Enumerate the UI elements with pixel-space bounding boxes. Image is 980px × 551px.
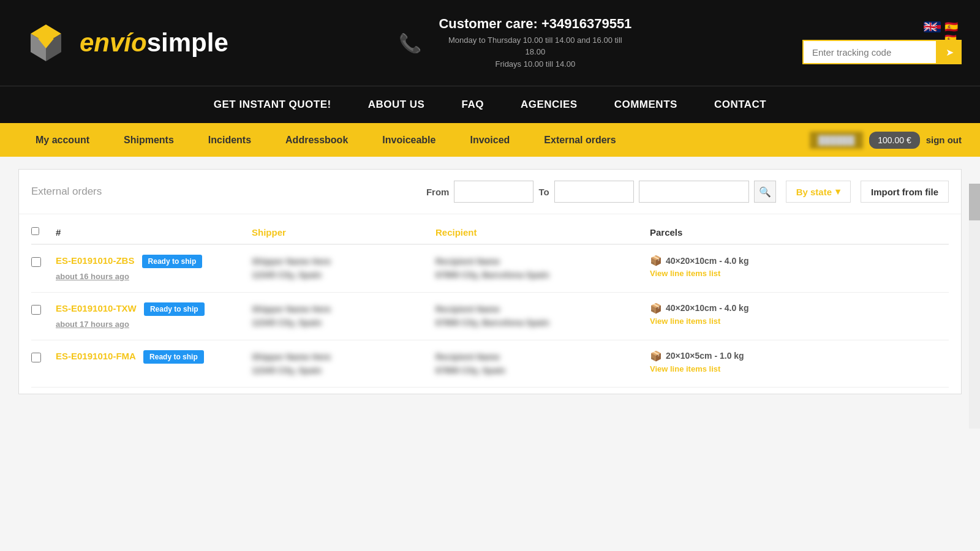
phone-icon: 📞	[399, 32, 421, 54]
shipper-cell-3: Shipper Name Here12345 City, Spain	[252, 350, 435, 378]
scrollbar-thumb[interactable]	[969, 184, 980, 220]
status-badge-1: Ready to ship	[142, 255, 203, 268]
search-bar: External orders From To 🔍 By state ▾ Imp…	[19, 170, 961, 214]
customer-care: 📞 Customer care: +34916379551 Monday to …	[228, 16, 802, 70]
parcels-cell-3: 📦 20×10×5cm - 1.0 kg View line items lis…	[650, 350, 949, 373]
parcel-icon-1: 📦	[650, 255, 662, 266]
scrollbar[interactable]	[969, 184, 980, 429]
order-time-2[interactable]: about 17 hours ago	[56, 320, 252, 329]
nav-incidents[interactable]: Incidents	[191, 123, 268, 157]
by-state-button[interactable]: By state ▾	[786, 181, 851, 203]
phone-number: Customer care: +34916379551	[439, 16, 631, 32]
nav-item-about[interactable]: ABOUT US	[350, 86, 443, 123]
nav-item-comments[interactable]: COMMENTS	[596, 86, 696, 123]
status-badge-3: Ready to ship	[143, 350, 204, 364]
chevron-down-icon: ▾	[835, 186, 840, 197]
order-id-1[interactable]: ES-E0191010-ZBS	[56, 255, 134, 266]
status-badge-2: Ready to ship	[144, 302, 205, 316]
import-label: Import from file	[871, 187, 938, 197]
nav-invoiceable[interactable]: Invoiceable	[365, 123, 453, 157]
view-items-link-1[interactable]: View line items list	[650, 269, 949, 278]
nav-item-quote[interactable]: GET INSTANT QUOTE!	[195, 86, 350, 123]
yellow-nav-bar: My account Shipments Incidents Addressbo…	[0, 123, 980, 157]
col-header-hash: #	[56, 227, 252, 238]
import-button[interactable]: Import from file	[861, 181, 949, 203]
col-header-shipper: Shipper	[252, 227, 435, 238]
shipper-info-1: Shipper Name Here12345 City, Spain	[252, 255, 435, 282]
tracking-submit-button[interactable]	[937, 40, 962, 64]
row-checkbox-3[interactable]	[31, 353, 41, 362]
flag-uk[interactable]: 🇬🇧	[924, 21, 941, 32]
from-date-input[interactable]	[454, 181, 533, 203]
search-button[interactable]: 🔍	[754, 181, 776, 203]
col-header-recipient: Recipient	[435, 227, 650, 238]
parcel-size-1: 40×20×10cm - 4.0 kg	[666, 256, 748, 266]
balance-amount[interactable]: 100.00 €	[869, 132, 920, 149]
table-header: # Shipper Recipient Parcels	[31, 220, 949, 245]
nav-item-contact[interactable]: CONTACT	[696, 86, 785, 123]
from-label: From	[426, 187, 450, 197]
logo[interactable]: envíosimple	[18, 15, 228, 70]
order-cell-2: ES-E0191010-TXW Ready to ship about 17 h…	[56, 302, 252, 329]
tracking-input[interactable]	[802, 40, 937, 64]
order-cell-3: ES-E0191010-FMA Ready to ship	[56, 350, 252, 367]
date-section: From To 🔍	[426, 181, 776, 203]
shipper-info-2: Shipper Name Here12345 City, Spain	[252, 302, 435, 330]
search-text-input[interactable]	[639, 181, 749, 203]
to-date-input[interactable]	[554, 181, 634, 203]
recipient-cell-2: Recipient Name67890 City, Barcelona Spai…	[435, 302, 650, 330]
order-cell-1: ES-E0191010-ZBS Ready to ship about 16 h…	[56, 255, 252, 281]
parcels-cell-1: 📦 40×20×10cm - 4.0 kg View line items li…	[650, 255, 949, 278]
search-icon: 🔍	[759, 186, 771, 198]
recipient-info-3: Recipient Name67890 City, Spain	[435, 350, 650, 378]
nav-addressbook[interactable]: Addressbook	[268, 123, 365, 157]
recipient-info-1: Recipient Name67890 City, Barcelona Spai…	[435, 255, 650, 282]
main-content: External orders From To 🔍 By state ▾ Imp…	[18, 169, 962, 394]
by-state-label: By state	[796, 187, 832, 197]
table-row: ES-E0191010-TXW Ready to ship about 17 h…	[31, 293, 949, 340]
balance-blurred[interactable]: ██████	[810, 132, 864, 149]
order-id-3[interactable]: ES-E0191010-FMA	[56, 351, 136, 361]
view-items-link-3[interactable]: View line items list	[650, 364, 949, 373]
recipient-cell-3: Recipient Name67890 City, Spain	[435, 350, 650, 378]
parcel-size-3: 20×10×5cm - 1.0 kg	[666, 351, 744, 361]
table-row: ES-E0191010-FMA Ready to ship Shipper Na…	[31, 340, 949, 388]
parcel-icon-3: 📦	[650, 350, 662, 362]
order-time-1[interactable]: about 16 hours ago	[56, 272, 252, 281]
col-header-parcels: Parcels	[650, 227, 949, 238]
logo-icon	[18, 15, 74, 70]
row-checkbox-1[interactable]	[31, 257, 41, 267]
shipper-info-3: Shipper Name Here12345 City, Spain	[252, 350, 435, 378]
row-checkbox-2[interactable]	[31, 305, 41, 315]
select-all-checkbox[interactable]	[31, 227, 39, 235]
to-label: To	[538, 187, 549, 197]
nav-my-account[interactable]: My account	[18, 123, 107, 157]
view-items-link-2[interactable]: View line items list	[650, 317, 949, 326]
shipper-cell-2: Shipper Name Here12345 City, Spain	[252, 302, 435, 330]
yellow-right: ██████ 100.00 € sign out	[810, 132, 962, 149]
parcel-size-2: 40×20×10cm - 4.0 kg	[666, 303, 748, 313]
signout-button[interactable]: sign out	[926, 135, 962, 145]
hours: Monday to Thursday 10.00 till 14.00 and …	[439, 34, 631, 70]
page-title: External orders	[31, 186, 417, 198]
flag-es[interactable]: 🇪🇸	[944, 21, 962, 32]
flags: 🇬🇧 🇪🇸	[924, 21, 962, 32]
nav-shipments[interactable]: Shipments	[107, 123, 191, 157]
nav-item-agencies[interactable]: AGENCIES	[502, 86, 596, 123]
yellow-nav: My account Shipments Incidents Addressbo…	[18, 123, 810, 157]
tracking-area	[802, 40, 962, 64]
shipper-cell-1: Shipper Name Here12345 City, Spain	[252, 255, 435, 282]
order-id-2[interactable]: ES-E0191010-TXW	[56, 303, 137, 313]
recipient-info-2: Recipient Name67890 City, Barcelona Spai…	[435, 302, 650, 330]
header-right: 🇬🇧 🇪🇸	[802, 21, 962, 64]
orders-table: # Shipper Recipient Parcels ES-E0191010-…	[19, 214, 961, 394]
parcels-cell-2: 📦 40×20×10cm - 4.0 kg View line items li…	[650, 302, 949, 326]
table-row: ES-E0191010-ZBS Ready to ship about 16 h…	[31, 245, 949, 293]
recipient-cell-1: Recipient Name67890 City, Barcelona Spai…	[435, 255, 650, 282]
nav-item-faq[interactable]: FAQ	[443, 86, 502, 123]
main-nav: GET INSTANT QUOTE! ABOUT US FAQ AGENCIES…	[0, 86, 980, 123]
nav-external-orders[interactable]: External orders	[527, 123, 633, 157]
nav-invoiced[interactable]: Invoiced	[453, 123, 527, 157]
logo-text: envíosimple	[80, 28, 228, 58]
parcel-icon-2: 📦	[650, 302, 662, 314]
